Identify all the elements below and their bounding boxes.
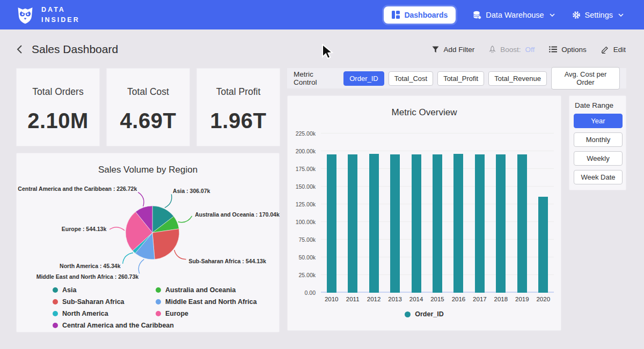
bar-2019[interactable] (517, 154, 527, 293)
metric-chip-total-cost[interactable]: Total_Cost (389, 71, 433, 86)
x-tick-label: 2018 (491, 296, 511, 302)
legend-item[interactable]: Asia (53, 286, 155, 294)
date-range-week-date-button[interactable]: Week Date (574, 170, 623, 184)
y-tick-label: 100.00k (296, 219, 316, 225)
metric-chip-avg-cost[interactable]: Avg. Cost per Order (551, 67, 620, 90)
legend-dot (156, 287, 161, 293)
legend-dot (156, 299, 161, 305)
bar-column (406, 133, 427, 293)
bar-2014[interactable] (412, 154, 421, 293)
back-button[interactable] (16, 44, 23, 54)
legend-item[interactable]: Central America and the Caribbean (53, 322, 155, 329)
bar-chart-x-axis: 2010201120122013201420152016201720182019… (321, 296, 554, 302)
bar-chart-bars (321, 133, 554, 293)
legend-item[interactable]: Australia and Oceania (156, 286, 257, 294)
dashboard-icon (392, 11, 400, 19)
add-filter-button[interactable]: Add Filter (432, 46, 474, 54)
pie-slice-label: Central America and the Caribbean : 226.… (18, 185, 137, 192)
legend-label: North America (62, 310, 108, 317)
app-viewport: DATA INSIDER Dashboards (0, 0, 644, 349)
pie-leader-line (178, 216, 192, 222)
bar-2016[interactable] (453, 154, 463, 293)
legend-item[interactable]: Sub-Saharan Africa (53, 298, 155, 306)
metric-chip-total-profit[interactable]: Total_Profit (437, 71, 484, 86)
boost-state: Off (525, 46, 535, 54)
bar-2015[interactable] (433, 154, 442, 293)
bar-2013[interactable] (390, 154, 400, 293)
edit-button[interactable]: Edit (601, 46, 626, 54)
bar-2017[interactable] (475, 154, 485, 293)
bar-2011[interactable] (348, 154, 357, 293)
bar-2010[interactable] (327, 154, 336, 293)
rocket-icon (489, 46, 496, 54)
legend-label: Middle East and North Africa (165, 298, 257, 306)
nav-dashboards-button[interactable]: Dashboards (384, 6, 456, 24)
chevron-down-icon (550, 13, 555, 17)
bar-2012[interactable] (369, 154, 379, 293)
y-tick-label: 175.00k (296, 166, 316, 172)
bar-chart-y-axis: 0.0025.00k50.00k75.00k100.00k125.00k150.… (288, 133, 316, 293)
date-range-monthly-button[interactable]: Monthly (574, 132, 623, 147)
pie-slice[interactable] (152, 229, 179, 259)
options-button[interactable]: Options (549, 46, 587, 54)
metric-control-label: Metric Control (294, 70, 335, 86)
legend-item[interactable]: North America (53, 310, 155, 317)
bar-chart-legend[interactable]: Order_ID (288, 310, 561, 318)
pie-slice-label: North America : 45.34k (60, 263, 121, 269)
nav-data-warehouse[interactable]: Data Warehouse (473, 11, 554, 19)
y-tick-label: 50.00k (298, 254, 316, 261)
list-icon (549, 46, 557, 53)
y-tick-label: 25.00k (298, 272, 316, 278)
kpi-card-total-cost: Total Cost 4.69T (106, 68, 190, 146)
pie-legend: AsiaAustralia and OceaniaSub-Saharan Afr… (53, 286, 257, 329)
boost-toggle[interactable]: Boost: Off (489, 46, 535, 54)
x-tick-label: 2020 (533, 296, 554, 302)
kpi-card-total-orders: Total Orders 2.10M (16, 68, 100, 146)
pie-chart-title: Sales Volume by Region (17, 165, 279, 175)
kpi-label: Total Orders (32, 86, 83, 98)
bar-chart-plot (321, 133, 554, 293)
bar-column (384, 133, 405, 293)
legend-label: Australia and Oceania (165, 286, 236, 294)
app-logo[interactable]: DATA INSIDER (15, 5, 80, 25)
pie-slice-label: Europe : 544.13k (62, 226, 107, 232)
date-range-label: Date Range (575, 101, 621, 109)
metric-chip-order-id[interactable]: Order_ID (343, 71, 384, 86)
x-tick-label: 2013 (384, 296, 405, 302)
y-tick-label: 225.00k (296, 130, 316, 137)
date-range-year-button[interactable]: Year (574, 114, 623, 128)
bar-column (491, 133, 511, 293)
chevron-down-icon (618, 13, 624, 17)
legend-label: Europe (165, 310, 188, 317)
legend-item[interactable]: Middle East and North Africa (156, 298, 257, 306)
sales-volume-card: Sales Volume by Region Asia : 306.07kAus… (16, 153, 280, 332)
x-tick-label: 2019 (511, 296, 532, 302)
kpi-value: 4.69T (120, 109, 177, 133)
legend-item[interactable]: Europe (156, 310, 257, 317)
bar-2020[interactable] (538, 197, 548, 293)
legend-dot (53, 287, 58, 293)
pie-leader-line (138, 259, 144, 274)
bar-column (342, 133, 363, 293)
kpi-card-total-profit: Total Profit 1.96T (196, 68, 280, 146)
metric-control-bar: Metric Control Order_ID Total_Cost Total… (287, 68, 626, 88)
metric-chip-total-revenue[interactable]: Total_Revenue (488, 71, 547, 86)
x-tick-label: 2011 (342, 296, 363, 302)
pie-slice-label: Australia and Oceania : 170.04k (195, 211, 280, 218)
legend-dot (405, 311, 411, 317)
legend-dot (53, 311, 58, 316)
x-tick-label: 2015 (427, 296, 448, 302)
legend-dot (156, 311, 161, 316)
gear-icon (572, 11, 581, 19)
kpi-value: 1.96T (210, 109, 267, 133)
nav-settings[interactable]: Settings (572, 11, 624, 19)
bar-column (533, 133, 554, 293)
date-range-weekly-button[interactable]: Weekly (574, 151, 623, 166)
bar-chart-title: Metric Overview (288, 107, 561, 118)
page-title: Sales Dashboard (32, 43, 118, 56)
bar-2018[interactable] (496, 154, 506, 293)
bar-column (363, 133, 384, 293)
y-tick-label: 200.00k (296, 148, 316, 154)
legend-label: Central America and the Caribbean (62, 322, 174, 329)
pie-plot: Asia : 306.07kAustralia and Oceania : 17… (17, 175, 280, 286)
